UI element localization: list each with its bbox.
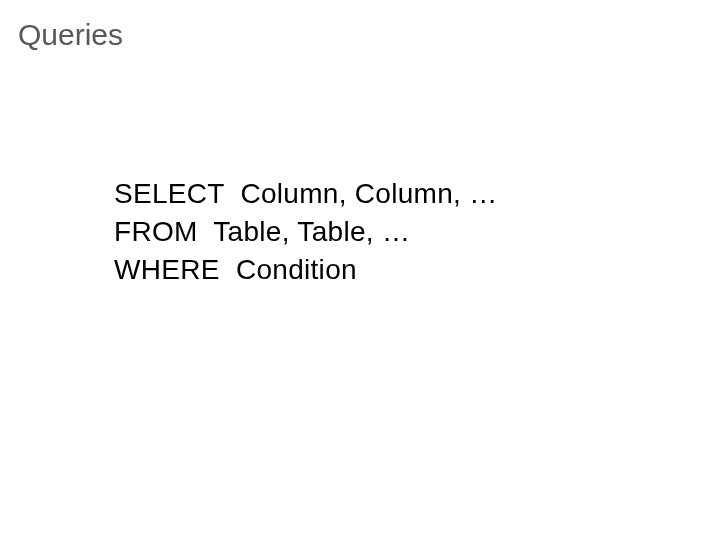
where-line: WHERE Condition [114,251,498,289]
slide-title: Queries [18,18,123,52]
from-line: FROM Table, Table, … [114,213,498,251]
sql-query-block: SELECT Column, Column, … FROM Table, Tab… [114,175,498,288]
select-line: SELECT Column, Column, … [114,175,498,213]
